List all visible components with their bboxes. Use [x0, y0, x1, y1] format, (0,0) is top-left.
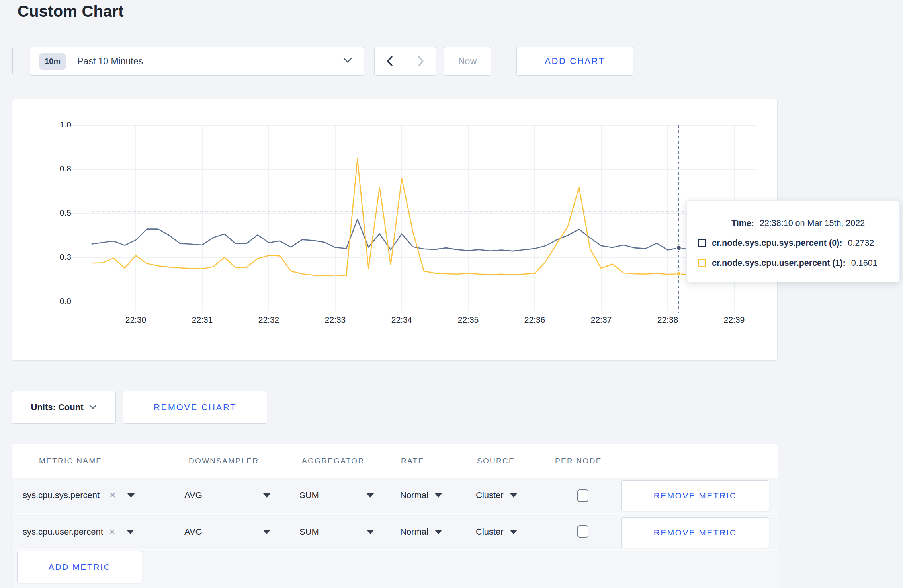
tooltip-time-value: 22:38:10 on Mar 15th, 2022	[760, 218, 865, 228]
metric-name-value: sys.cpu.sys.percent	[23, 490, 100, 500]
chevron-down-icon	[510, 493, 517, 498]
metric-name-select[interactable]: sys.cpu.user.percent ✕	[23, 514, 134, 549]
remove-metric-button[interactable]: REMOVE METRIC	[621, 517, 769, 548]
rate-select[interactable]: Normal	[400, 514, 442, 549]
chevron-down-icon	[367, 493, 374, 498]
y-axis-tick-label: 1.0	[12, 120, 71, 129]
tooltip-time-label: Time:	[731, 218, 754, 228]
prev-time-button[interactable]	[375, 47, 405, 75]
x-axis-tick-label: 22:35	[446, 315, 490, 325]
chevron-right-icon	[418, 56, 424, 66]
downsampler-value: AVG	[184, 490, 202, 500]
col-header-aggregator: AGGREGATOR	[302, 444, 364, 478]
aggregator-value: SUM	[299, 490, 319, 500]
x-axis-tick-label: 22:30	[114, 315, 158, 325]
per-node-checkbox[interactable]	[577, 525, 588, 538]
col-header-source: SOURCE	[477, 444, 515, 478]
series-user-swatch-icon	[698, 259, 706, 267]
rate-value: Normal	[400, 490, 428, 500]
aggregator-caret[interactable]	[367, 478, 374, 513]
series-sys-swatch-icon	[698, 239, 706, 247]
tooltip-series-user-value: 0.1601	[851, 258, 878, 268]
now-button[interactable]: Now	[444, 47, 491, 76]
time-range-badge: 10m	[39, 53, 66, 70]
tooltip-series-sys-value: 0.2732	[848, 238, 874, 248]
col-header-downsampler: DOWNSAMPLER	[189, 444, 259, 478]
tooltip-series-sys-label: cr.node.sys.cpu.sys.percent (0):	[712, 238, 842, 248]
chevron-left-icon	[387, 56, 393, 66]
table-row: sys.cpu.user.percent ✕ AVG SUM Normal Cl…	[12, 514, 778, 550]
chevron-down-icon	[435, 493, 442, 498]
time-range-label: Past 10 Minutes	[77, 56, 143, 67]
next-time-button[interactable]	[405, 47, 436, 75]
rate-value: Normal	[400, 527, 428, 537]
downsampler-select[interactable]: AVG	[184, 514, 202, 549]
chevron-down-icon	[90, 404, 96, 411]
time-pager	[374, 47, 436, 76]
add-metric-button[interactable]: ADD METRIC	[17, 551, 142, 583]
per-node-checkbox[interactable]	[577, 489, 588, 502]
remove-metric-x-icon[interactable]: ✕	[109, 491, 116, 500]
aggregator-select[interactable]: SUM	[299, 478, 319, 513]
aggregator-caret[interactable]	[367, 514, 374, 549]
chart-card: 0.00.30.50.81.022:3022:3122:3222:3322:34…	[12, 99, 778, 361]
units-label: Units: Count	[31, 402, 84, 413]
source-value: Cluster	[476, 490, 504, 500]
downsampler-value: AVG	[184, 527, 202, 537]
x-axis-tick-label: 22:36	[513, 315, 557, 325]
y-axis-tick-label: 0.5	[12, 208, 71, 218]
x-axis-tick-label: 22:38	[646, 315, 690, 325]
table-row: sys.cpu.sys.percent ✕ AVG SUM Normal Clu…	[12, 478, 778, 514]
downsampler-select[interactable]: AVG	[184, 478, 202, 513]
col-header-metric-name: METRIC NAME	[39, 444, 102, 478]
chevron-down-icon	[343, 58, 352, 65]
source-select[interactable]: Cluster	[476, 478, 517, 513]
x-axis-tick-label: 22:39	[712, 315, 756, 325]
page-title: Custom Chart	[18, 2, 124, 20]
aggregator-value: SUM	[299, 527, 319, 537]
toolbar-divider	[12, 48, 13, 74]
aggregator-select[interactable]: SUM	[299, 514, 319, 549]
metrics-table: METRIC NAME DOWNSAMPLER AGGREGATOR RATE …	[12, 444, 778, 588]
col-header-rate: RATE	[401, 444, 424, 478]
add-chart-button[interactable]: ADD CHART	[516, 47, 633, 76]
chevron-down-icon	[263, 530, 270, 534]
x-axis-tick-label: 22:31	[180, 315, 224, 325]
time-range-select[interactable]: 10m Past 10 Minutes	[30, 47, 364, 76]
remove-metric-button[interactable]: REMOVE METRIC	[621, 480, 769, 511]
x-axis-tick-label: 22:33	[313, 315, 357, 325]
source-select[interactable]: Cluster	[476, 514, 517, 549]
y-axis-tick-label: 0.3	[12, 252, 71, 262]
chevron-down-icon	[263, 493, 270, 498]
col-header-per-node: PER NODE	[555, 444, 602, 478]
x-axis-tick-label: 22:34	[380, 315, 424, 325]
tooltip-series-user-label: cr.node.sys.cpu.user.percent (1):	[712, 258, 846, 268]
source-value: Cluster	[476, 527, 504, 537]
remove-metric-x-icon[interactable]: ✕	[109, 527, 116, 537]
y-axis-tick-label: 0.8	[12, 164, 71, 173]
remove-chart-button[interactable]: REMOVE CHART	[123, 391, 267, 424]
chart-tooltip: Time: 22:38:10 on Mar 15th, 2022 cr.node…	[686, 200, 900, 282]
chevron-down-icon[interactable]	[127, 530, 134, 534]
downsampler-caret[interactable]	[263, 514, 270, 549]
chevron-down-icon	[367, 530, 374, 534]
metric-name-value: sys.cpu.user.percent	[23, 527, 103, 537]
rate-select[interactable]: Normal	[400, 478, 442, 513]
x-axis-tick-label: 22:32	[247, 315, 291, 325]
downsampler-caret[interactable]	[263, 478, 270, 513]
chevron-down-icon	[510, 530, 517, 534]
x-axis-tick-label: 22:37	[579, 315, 623, 325]
units-select[interactable]: Units: Count	[12, 391, 116, 424]
chevron-down-icon	[435, 530, 442, 534]
chevron-down-icon[interactable]	[127, 493, 135, 498]
metric-name-select[interactable]: sys.cpu.sys.percent ✕	[23, 478, 135, 513]
y-axis-tick-label: 0.0	[12, 296, 71, 306]
